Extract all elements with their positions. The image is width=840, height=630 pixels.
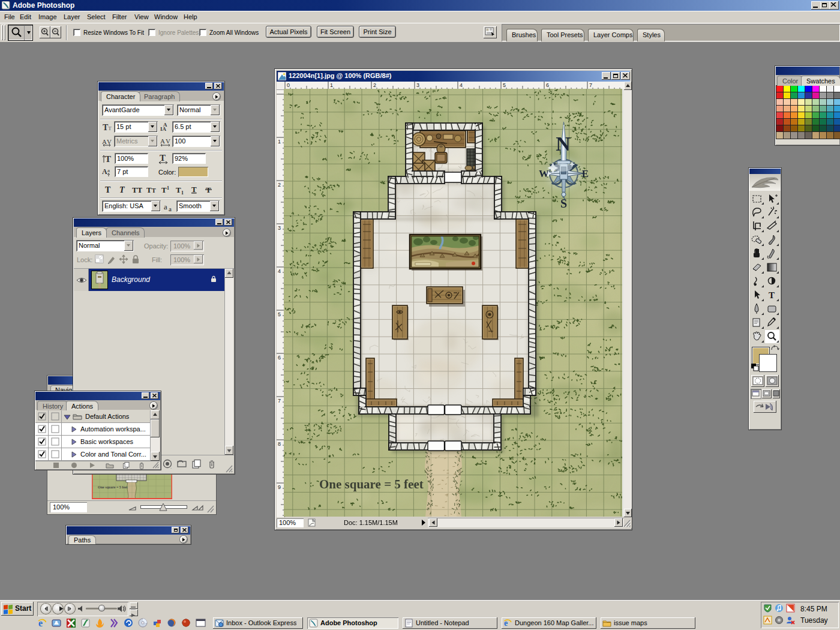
svg-text:T: T <box>108 125 112 131</box>
svg-text:1: 1 <box>167 185 169 191</box>
svg-text:T: T <box>152 187 156 194</box>
svg-text:5: 5 <box>503 82 506 88</box>
svg-text:7: 7 <box>589 82 592 88</box>
svg-text:a: a <box>164 202 167 211</box>
svg-text:6: 6 <box>546 82 549 88</box>
svg-text:TT: TT <box>132 185 142 194</box>
svg-text:2: 2 <box>373 82 376 88</box>
svg-text:6: 6 <box>278 355 281 361</box>
svg-text:T: T <box>105 185 111 194</box>
svg-text:4: 4 <box>278 268 281 274</box>
svg-text:7: 7 <box>278 398 281 404</box>
svg-text:A: A <box>102 167 107 176</box>
svg-text:4: 4 <box>460 82 463 88</box>
svg-text:9: 9 <box>278 484 281 490</box>
svg-text:1: 1 <box>181 190 184 195</box>
svg-text:T: T <box>119 185 125 194</box>
svg-text:T: T <box>769 290 775 300</box>
svg-text:A: A <box>160 137 165 145</box>
svg-text:T: T <box>191 185 197 194</box>
svg-text:E: E <box>582 168 589 179</box>
svg-text:1: 1 <box>278 139 281 145</box>
svg-text:T: T <box>161 185 167 194</box>
svg-text:.: . <box>170 464 172 469</box>
svg-text:0: 0 <box>287 82 290 88</box>
svg-text:IA: IA <box>160 126 167 132</box>
svg-text:1: 1 <box>330 82 333 88</box>
svg-text:a: a <box>107 167 110 173</box>
svg-text:T: T <box>105 154 111 164</box>
svg-text:N: N <box>556 133 571 155</box>
svg-text:5: 5 <box>278 311 281 317</box>
svg-text:One square = 5 feet: One square = 5 feet <box>319 477 424 491</box>
svg-text:T: T <box>176 185 181 194</box>
svg-text:3: 3 <box>278 225 281 231</box>
svg-text:2: 2 <box>278 182 281 188</box>
svg-text:V: V <box>166 137 170 145</box>
svg-text:S: S <box>560 197 567 210</box>
svg-text:W: W <box>539 168 549 179</box>
svg-text:3: 3 <box>416 82 419 88</box>
svg-text:T: T <box>146 185 152 194</box>
svg-text:8: 8 <box>278 441 281 447</box>
svg-text:a: a <box>169 205 172 211</box>
